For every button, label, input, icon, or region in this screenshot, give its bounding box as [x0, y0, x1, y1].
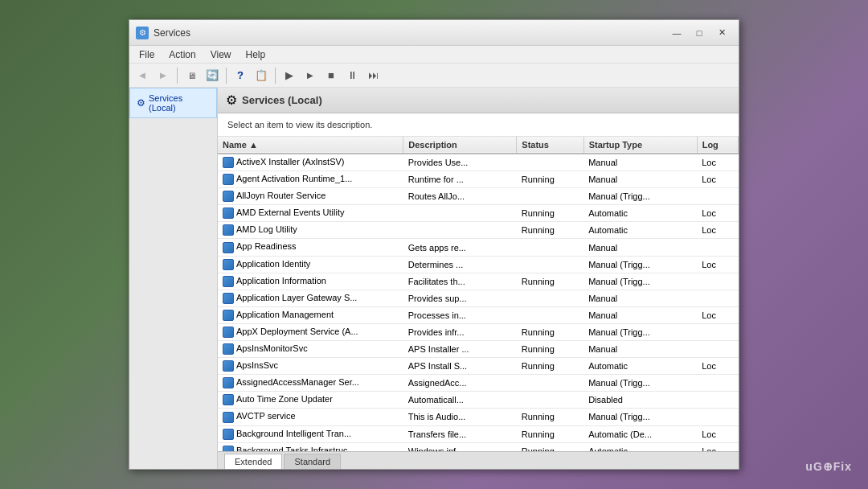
table-row[interactable]: Auto Time Zone UpdaterAutomaticall...Dis… — [218, 392, 739, 409]
service-desc-cell: Runtime for ... — [403, 171, 517, 188]
service-status-cell: Running — [517, 323, 583, 340]
services-list: Name ▲ Description Status Startup Type L… — [218, 137, 739, 451]
table-row[interactable]: Application ManagementProcesses in...Man… — [218, 306, 739, 323]
export-button[interactable]: 📋 — [252, 66, 271, 85]
show-tree-button[interactable]: 🖥 — [182, 66, 201, 85]
service-log-cell — [697, 239, 738, 256]
service-log-cell: Loc — [697, 425, 738, 442]
menu-file[interactable]: File — [133, 47, 161, 63]
service-name-cell: Application Layer Gateway S... — [218, 290, 403, 306]
menu-help[interactable]: Help — [240, 47, 272, 63]
service-log-cell — [697, 290, 738, 306]
service-icon — [223, 174, 234, 185]
col-header-name[interactable]: Name ▲ — [218, 137, 403, 154]
col-header-log[interactable]: Log — [697, 137, 738, 154]
service-desc-cell: Provides sup... — [403, 290, 517, 306]
service-name-cell: AMD External Events Utility — [218, 205, 403, 222]
refresh-button[interactable]: 🔄 — [203, 66, 222, 85]
service-log-cell — [697, 188, 738, 205]
description-text: Select an item to view its description. — [227, 120, 372, 129]
service-startup-cell: Manual (Trigg... — [583, 323, 697, 340]
service-startup-cell: Disabled — [583, 392, 697, 409]
service-icon — [223, 360, 234, 372]
service-name-cell: AssignedAccessManager Ser... — [218, 375, 403, 392]
col-header-startup-type[interactable]: Startup Type — [583, 137, 697, 154]
service-status-cell: Running — [517, 425, 583, 442]
service-name-cell: AVCTP service — [218, 409, 403, 425]
service-status-cell: Running — [517, 358, 583, 375]
start-alt-button[interactable]: ▶ — [301, 66, 320, 85]
service-status-cell: Running — [517, 442, 583, 451]
table-row[interactable]: AMD External Events UtilityRunningAutoma… — [218, 205, 739, 222]
window-icon: ⚙ — [136, 27, 149, 39]
services-table[interactable]: Name ▲ Description Status Startup Type L… — [218, 137, 739, 451]
table-row[interactable]: AMD Log UtilityRunningAutomaticLoc — [218, 222, 739, 239]
service-log-cell — [697, 392, 738, 409]
services-rows: ActiveX Installer (AxInstSV)Provides Use… — [218, 154, 739, 451]
table-row[interactable]: Application Layer Gateway S...Provides s… — [218, 290, 739, 306]
menu-view[interactable]: View — [204, 47, 238, 63]
service-log-cell: Loc — [697, 205, 738, 222]
minimize-button[interactable]: — — [666, 25, 687, 41]
service-desc-cell: Determines ... — [403, 256, 517, 273]
service-desc-cell: AssignedAcc... — [403, 375, 517, 392]
maximize-button[interactable]: □ — [689, 25, 710, 41]
service-startup-cell: Manual — [583, 290, 697, 306]
tab-standard[interactable]: Standard — [284, 454, 341, 469]
service-icon — [223, 191, 234, 202]
service-name-cell: Application Management — [218, 306, 403, 323]
table-row[interactable]: ApsInsMonitorSvcAPS Installer ...Running… — [218, 341, 739, 358]
stop-button[interactable]: ■ — [321, 66, 341, 85]
table-row[interactable]: AVCTP serviceThis is Audio...RunningManu… — [218, 409, 739, 425]
menu-action[interactable]: Action — [162, 47, 202, 63]
table-row[interactable]: App ReadinessGets apps re...Manual — [218, 239, 739, 256]
back-button[interactable]: ◄ — [133, 66, 152, 85]
table-row[interactable]: Agent Activation Runtime_1...Runtime for… — [218, 171, 739, 188]
service-startup-cell: Manual — [583, 306, 697, 323]
window-title: Services — [154, 27, 666, 39]
table-row[interactable]: Application InformationFacilitates th...… — [218, 273, 739, 290]
table-row[interactable]: Application IdentityDetermines ...Manual… — [218, 256, 739, 273]
table-row[interactable]: ApsInsSvcAPS Install S...RunningAutomati… — [218, 358, 739, 375]
menu-bar: File Action View Help — [129, 46, 739, 64]
services-local-icon: ⚙ — [137, 97, 145, 109]
toolbar: ◄ ► 🖥 🔄 ? 📋 ▶ ▶ ■ ⏸ ⏭ — [129, 64, 739, 88]
service-startup-cell: Manual (Trigg... — [583, 188, 697, 205]
table-row[interactable]: AssignedAccessManager Ser...AssignedAcc.… — [218, 375, 739, 392]
col-header-status[interactable]: Status — [517, 137, 583, 154]
tab-extended[interactable]: Extended — [224, 454, 282, 469]
restart-button[interactable]: ⏭ — [363, 66, 383, 85]
service-desc-cell — [403, 222, 517, 239]
service-startup-cell: Manual — [583, 341, 697, 358]
service-startup-cell: Automatic — [583, 442, 697, 451]
help-button[interactable]: ? — [231, 66, 250, 85]
table-row[interactable]: ActiveX Installer (AxInstSV)Provides Use… — [218, 154, 739, 171]
service-startup-cell: Automatic (De... — [583, 425, 697, 442]
service-desc-cell: Facilitates th... — [403, 273, 517, 290]
service-log-cell — [697, 273, 738, 290]
close-button[interactable]: ✕ — [711, 25, 732, 41]
toolbar-separator-3 — [275, 68, 276, 84]
service-desc-cell: This is Audio... — [403, 409, 517, 425]
forward-button[interactable]: ► — [154, 66, 173, 85]
service-status-cell — [517, 306, 583, 323]
start-button[interactable]: ▶ — [280, 66, 299, 85]
table-row[interactable]: AppX Deployment Service (A...Provides in… — [218, 323, 739, 340]
sidebar-item-services-local[interactable]: ⚙ Services (Local) — [129, 88, 217, 118]
service-icon — [223, 276, 234, 287]
service-log-cell: Loc — [697, 358, 738, 375]
service-name-cell: Auto Time Zone Updater — [218, 392, 403, 409]
sidebar-item-label: Services (Local) — [149, 93, 210, 113]
service-status-cell: Running — [517, 341, 583, 358]
service-icon — [223, 446, 234, 451]
col-header-description[interactable]: Description — [403, 137, 517, 154]
table-row[interactable]: Background Tasks Infrastruc...Windows in… — [218, 442, 739, 451]
pause-button[interactable]: ⏸ — [342, 66, 362, 85]
title-bar: ⚙ Services — □ ✕ — [129, 20, 739, 46]
table-row[interactable]: AllJoyn Router ServiceRoutes AllJo...Man… — [218, 188, 739, 205]
service-desc-cell: Transfers file... — [403, 425, 517, 442]
service-status-cell: Running — [517, 171, 583, 188]
table-row[interactable]: Background Intelligent Tran...Transfers … — [218, 425, 739, 442]
service-name-cell: ApsInsSvc — [218, 358, 403, 375]
service-status-cell — [517, 290, 583, 306]
